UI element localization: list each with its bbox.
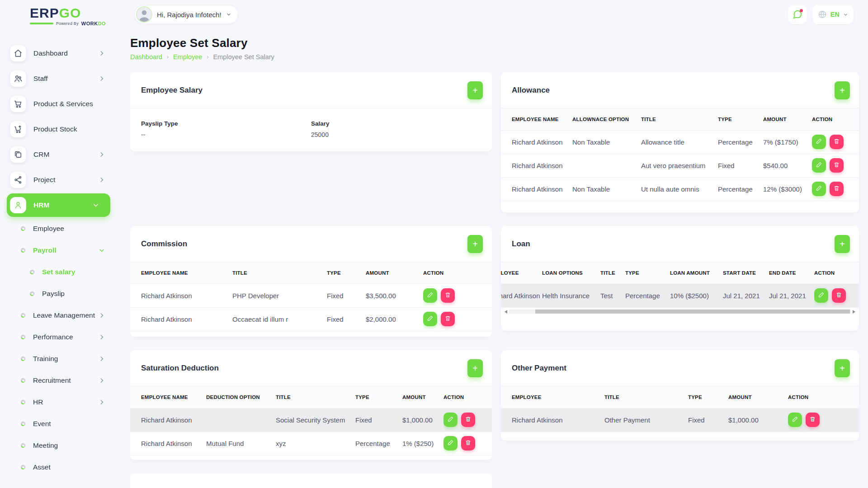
column-header-end-date: END DATE: [769, 262, 814, 284]
pencil-icon: [448, 416, 453, 423]
sidebar-item-dashboard[interactable]: Dashboard: [10, 41, 119, 66]
column-header-employee: EMPLOYEE: [501, 262, 542, 284]
sidebar-item-product-stock[interactable]: Product Stock: [10, 117, 119, 142]
edit-button[interactable]: [814, 288, 828, 303]
user-menu[interactable]: Hi, Rajodiya Infotech!: [134, 5, 238, 24]
column-header-amount: AMOUNT: [728, 386, 788, 408]
edit-button[interactable]: [788, 413, 802, 427]
column-header-type: TYPE: [718, 108, 763, 130]
edit-button[interactable]: [812, 158, 826, 173]
breadcrumb-dashboard[interactable]: Dashboard: [130, 53, 162, 61]
card-title: Other Payment: [512, 364, 566, 373]
table-row: Richard AtkinsonOccaecat id illum rFixed…: [130, 307, 492, 331]
cell-type: Fixed: [327, 307, 366, 331]
delete-button[interactable]: [830, 135, 844, 149]
cell-end-date: Jul 21, 2021: [769, 284, 814, 307]
logo-erp-text: ERP: [30, 5, 59, 20]
column-header-title: TITLE: [232, 262, 327, 284]
sidebar-item-crm[interactable]: CRM: [10, 142, 119, 167]
sidebar-item-project[interactable]: Project: [10, 167, 119, 192]
add-loan-button[interactable]: +: [835, 235, 850, 253]
scroll-right-arrow[interactable]: [853, 310, 855, 314]
sidebar-item-label: Dashboard: [33, 49, 68, 57]
column-header-employee-name: EMPLOYEE NAME: [130, 386, 206, 408]
table-row: Richard AtkinsonAut vero praesentiumFixe…: [501, 154, 859, 177]
pencil-icon: [427, 292, 433, 299]
column-header-action: ACTION: [788, 386, 859, 408]
delete-button[interactable]: [830, 158, 844, 173]
sidebar-item-payroll[interactable]: Payroll: [10, 239, 119, 261]
loan-table: EMPLOYEELOAN OPTIONSTITLETYPELOAN AMOUNT…: [501, 262, 859, 308]
delete-button[interactable]: [461, 413, 475, 427]
sidebar-item-label: Payslip: [42, 290, 65, 298]
delete-button[interactable]: [461, 436, 475, 450]
sidebar-item-leave-management[interactable]: Leave Management: [10, 305, 119, 326]
add-commission-button[interactable]: +: [467, 235, 483, 253]
loan-table-clip: EMPLOYEELOAN OPTIONSTITLETYPELOAN AMOUNT…: [501, 262, 859, 308]
scrollbar-thumb[interactable]: [535, 310, 850, 314]
sidebar-item-asset[interactable]: Asset: [10, 456, 119, 478]
delete-button[interactable]: [832, 288, 846, 303]
pencil-icon: [448, 440, 453, 447]
add-allowance-button[interactable]: +: [835, 81, 850, 99]
table-row: Richard AtkinsonNon TaxableAllowance tit…: [501, 130, 859, 154]
workdo-do: DO: [98, 21, 106, 26]
loan-card: Loan + EMPLOYEELOAN OPTIONSTITLETYPELOAN…: [501, 226, 859, 331]
delete-button[interactable]: [830, 182, 844, 196]
chevron-right-icon: [99, 151, 105, 158]
app-logo[interactable]: ERPGO Powered By WORKDO: [30, 5, 119, 26]
edit-button[interactable]: [812, 135, 826, 149]
pencil-icon: [427, 315, 433, 323]
sidebar-item-set-salary[interactable]: Set salary: [10, 261, 119, 283]
cell-action: [812, 130, 859, 154]
column-header-amount: AMOUNT: [366, 262, 423, 284]
edit-button[interactable]: [812, 182, 826, 196]
cell-action: [812, 177, 859, 201]
sidebar-item-hrm[interactable]: HRM: [7, 193, 110, 217]
plus-icon: +: [840, 86, 845, 95]
table-row: Richard AtkinsonMutual FundxyzPercentage…: [130, 432, 492, 455]
sidebar-item-payslip[interactable]: Payslip: [10, 283, 119, 305]
table-header-row: EMPLOYEE NAMEALLOWNACE OPTIONTITLETYPEAM…: [501, 108, 859, 130]
plus-icon: +: [840, 239, 845, 249]
chevron-right-icon: [99, 177, 105, 183]
breadcrumb-separator: ›: [167, 54, 169, 60]
commission-card: Commission + EMPLOYEE NAMETITLETYPEAMOUN…: [130, 226, 492, 337]
notifications-button[interactable]: [788, 5, 807, 24]
delete-button[interactable]: [441, 288, 455, 303]
sidebar-item-product-services[interactable]: Product & Services: [10, 91, 119, 117]
edit-button[interactable]: [423, 312, 437, 326]
sidebar-item-staff[interactable]: Staff: [10, 66, 119, 91]
add-saturation-deduction-button[interactable]: +: [467, 359, 483, 377]
add-employee-salary-button[interactable]: +: [467, 81, 483, 99]
scroll-left-arrow[interactable]: [505, 310, 507, 314]
horizontal-scrollbar[interactable]: [504, 309, 856, 314]
column-header-action: ACTION: [814, 262, 859, 284]
edit-button[interactable]: [423, 288, 437, 303]
breadcrumb-employee[interactable]: Employee: [173, 53, 202, 61]
delete-button[interactable]: [806, 413, 820, 427]
sidebar-item-employee[interactable]: Employee: [10, 218, 119, 239]
add-other-payment-button[interactable]: +: [835, 359, 850, 377]
chevron-right-icon: [99, 50, 105, 56]
user-avatar: [136, 6, 152, 23]
sidebar-item-training[interactable]: Training: [10, 348, 119, 370]
cell-title: Test: [600, 284, 625, 307]
edit-button[interactable]: [443, 413, 458, 427]
sidebar-item-performance[interactable]: Performance: [10, 326, 119, 348]
sidebar-item-recruitment[interactable]: Recruitment: [10, 370, 119, 391]
language-selector[interactable]: EN: [812, 5, 854, 24]
column-header-employee: EMPLOYEE: [501, 386, 604, 408]
column-header-action: ACTION: [812, 108, 859, 130]
chevron-down-icon: [226, 12, 231, 17]
column-header-loan-options: LOAN OPTIONS: [542, 262, 600, 284]
column-header-employee-name: EMPLOYEE NAME: [501, 108, 572, 130]
sidebar-item-event[interactable]: Event: [10, 413, 119, 435]
delete-button[interactable]: [441, 312, 455, 326]
edit-button[interactable]: [443, 436, 458, 450]
sidebar-item-meeting[interactable]: Meeting: [10, 435, 119, 456]
pencil-icon: [816, 162, 822, 169]
cell-amount: $1,000.00: [402, 408, 443, 432]
sidebar-item-hr[interactable]: HR: [10, 391, 119, 413]
allowance-table: EMPLOYEE NAMEALLOWNACE OPTIONTITLETYPEAM…: [501, 108, 859, 201]
